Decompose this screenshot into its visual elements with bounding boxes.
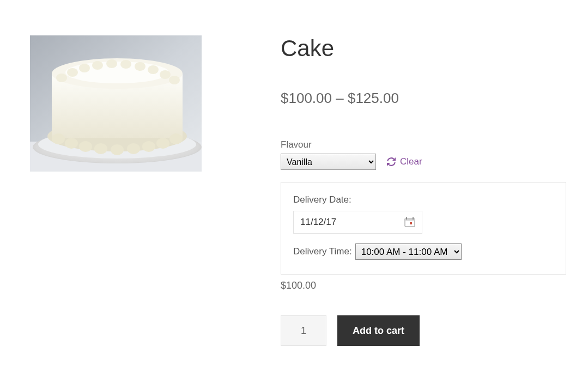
price-min: 100.00 — [288, 90, 332, 106]
svg-point-14 — [135, 62, 146, 71]
delivery-date-label: Delivery Date: — [293, 194, 554, 205]
flavour-select[interactable]: Vanilla — [281, 154, 376, 170]
svg-point-12 — [106, 59, 117, 68]
svg-point-8 — [56, 74, 67, 82]
subtotal-currency: $ — [281, 280, 286, 291]
svg-point-10 — [79, 64, 90, 72]
add-to-cart-button[interactable]: Add to cart — [337, 315, 420, 346]
svg-point-13 — [120, 60, 131, 69]
quantity-input[interactable] — [281, 315, 326, 346]
svg-point-24 — [142, 141, 155, 152]
svg-point-25 — [156, 138, 169, 149]
clear-label: Clear — [400, 156, 422, 167]
delivery-time-label: Delivery Time: — [293, 246, 352, 257]
svg-point-17 — [169, 76, 180, 84]
svg-point-18 — [52, 133, 65, 144]
refresh-icon — [387, 157, 396, 166]
svg-point-15 — [148, 65, 159, 74]
product-title: Cake — [281, 35, 566, 62]
delivery-date-input[interactable] — [300, 217, 377, 228]
price-max-currency: $ — [348, 90, 355, 106]
price-range: $100.00 – $125.00 — [281, 90, 566, 107]
svg-rect-30 — [413, 217, 414, 220]
delivery-box: Delivery Date: Delivery Time: 10:00 AM — [281, 182, 566, 275]
svg-point-26 — [169, 133, 183, 144]
svg-point-9 — [67, 68, 78, 77]
delivery-time-select[interactable]: 10:00 AM - 11:00 AM — [355, 243, 462, 260]
delivery-date-field[interactable] — [293, 211, 422, 234]
svg-point-11 — [92, 61, 103, 70]
subtotal-value: 100.00 — [286, 280, 316, 291]
price-max: 125.00 — [355, 90, 399, 106]
clear-link[interactable]: Clear — [387, 156, 422, 167]
svg-point-16 — [160, 70, 171, 79]
svg-point-20 — [79, 141, 92, 152]
subtotal: $100.00 — [281, 280, 566, 291]
svg-point-23 — [127, 143, 140, 154]
flavour-label: Flavour — [281, 139, 566, 150]
product-image[interactable] — [30, 35, 202, 172]
svg-point-22 — [111, 144, 124, 155]
calendar-icon[interactable] — [404, 217, 415, 227]
svg-rect-31 — [410, 222, 412, 224]
price-min-currency: $ — [281, 90, 288, 106]
price-separator: – — [332, 90, 348, 106]
svg-rect-29 — [406, 217, 407, 220]
svg-point-21 — [94, 143, 107, 154]
svg-point-19 — [65, 138, 78, 149]
